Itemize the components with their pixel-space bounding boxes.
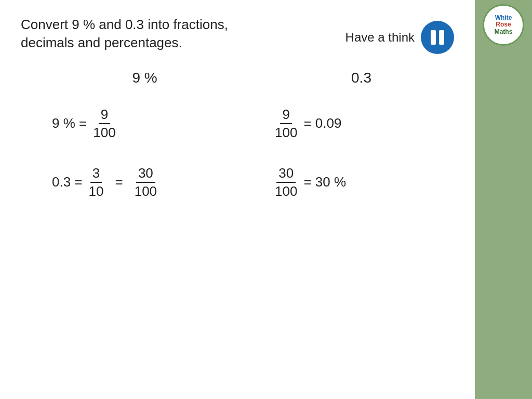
frac-den-100-r2: 100 [273,183,299,199]
label-9pct: 9 % = [52,115,87,131]
frac-den-10: 10 [87,183,106,199]
equation-9-100-decimal: 9 100 = 0.09 [269,107,454,140]
frac-num-30: 30 [136,166,155,183]
fraction-30-100-right: 30 100 [273,166,299,198]
frac-num-3: 3 [90,166,102,183]
pause-bar-left [431,30,436,45]
right-column-header: 0.3 [237,64,454,102]
logo: White Rose Maths [483,4,524,46]
frac-num-30-r: 30 [276,166,296,183]
pause-bar-right [439,30,444,45]
equals-sign-2: = [115,174,123,190]
logo-inner: White Rose Maths [484,6,523,44]
math-row-1-right: 9 100 = 0.09 [237,107,454,161]
equation-30-100-pct: 30 100 = 30 % [269,166,454,198]
column-headers-row: 9 % 0.3 [21,64,454,102]
math-row-2: 0.3 = 3 10 = 30 100 30 100 = 30 % [21,166,454,219]
frac-den-100: 100 [91,124,117,140]
equation-9pct: 9 % = 9 100 [52,107,237,140]
have-a-think-label: Have a think [345,30,415,45]
equation-0-3: 0.3 = 3 10 = 30 100 [52,166,237,198]
logo-line2: Rose [496,21,511,28]
pause-icon[interactable] [421,21,454,54]
frac-num-9-r: 9 [280,107,291,124]
logo-line3: Maths [495,29,513,35]
frac-num-9: 9 [99,107,110,124]
question-text: Convert 9 % and 0.3 into fractions, deci… [21,16,270,52]
have-a-think-area: Have a think [345,21,454,54]
left-column-header: 9 % [21,64,237,102]
label-0-3: 0.3 = [52,174,83,190]
frac-den-100-2: 100 [132,183,159,199]
math-row-1-left: 9 % = 9 100 [21,107,237,161]
sidebar: White Rose Maths [475,0,532,399]
fraction-9-100-right: 9 100 [273,107,299,140]
result-0-09: = 0.09 [303,115,341,131]
fraction-3-10: 3 10 [87,166,106,198]
math-row-2-left: 0.3 = 3 10 = 30 100 [21,166,237,219]
result-30pct: = 30 % [303,174,346,190]
fraction-9-100-left: 9 100 [91,107,117,140]
math-row-2-right: 30 100 = 30 % [237,166,454,219]
main-content: Convert 9 % and 0.3 into fractions, deci… [0,0,475,399]
header-row: Convert 9 % and 0.3 into fractions, deci… [21,16,454,54]
frac-den-100-r: 100 [273,124,299,140]
fraction-30-100: 30 100 [132,166,159,198]
math-row-1: 9 % = 9 100 9 100 = 0.09 [21,107,454,161]
